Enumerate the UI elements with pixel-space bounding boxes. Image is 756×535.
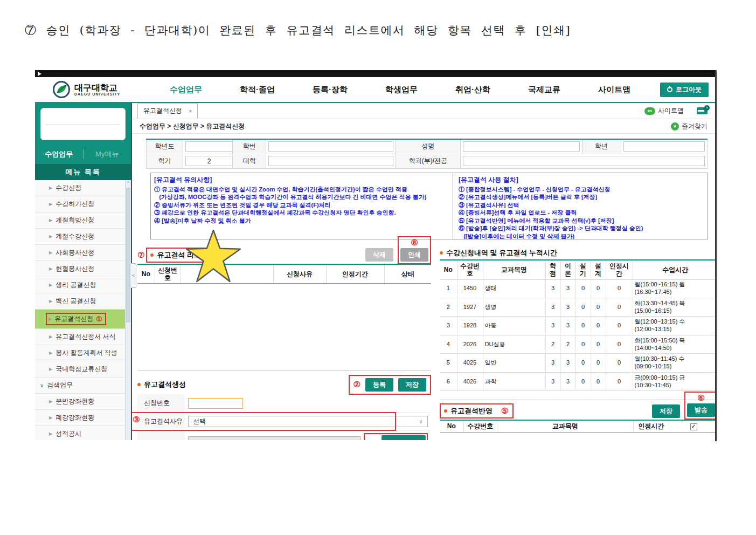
- close-all-windows-icon[interactable]: ×: [697, 107, 708, 114]
- save-button[interactable]: 저장: [398, 378, 426, 392]
- logo-subtitle: DAEGU UNIVERSITY: [74, 92, 120, 96]
- tab-close-icon[interactable]: ×: [189, 108, 192, 114]
- year-input[interactable]: [185, 141, 233, 152]
- request-reason-textarea[interactable]: [188, 436, 360, 440]
- column-header: 인정기간: [326, 265, 384, 284]
- grade-input[interactable]: [623, 141, 705, 152]
- table-cell: 3: [545, 372, 560, 391]
- sidebar-item-label: 유고결석신청서 서식: [56, 332, 115, 341]
- sidebar-item[interactable]: ▶유고결석신청서 서식: [35, 329, 125, 345]
- sidebar-item-label: 계절희망신청: [56, 216, 94, 225]
- sidebar-item[interactable]: ▶유고결석신청①: [35, 310, 125, 329]
- register-button[interactable]: 등록: [365, 378, 393, 392]
- table-cell: 4: [440, 335, 457, 354]
- table-cell: 3: [545, 354, 560, 373]
- nav-item[interactable]: 학적·졸업: [240, 85, 275, 95]
- sidebar-item[interactable]: ▶폐강강좌현황: [35, 410, 125, 426]
- scroll-up-arrow[interactable]: ^: [127, 180, 129, 185]
- name-input[interactable]: [463, 141, 579, 152]
- column-header: 수강번호: [457, 260, 483, 279]
- nav-item[interactable]: 수업업무: [170, 85, 202, 95]
- sidebar-item[interactable]: ▶백신 공결신청: [35, 293, 125, 310]
- table-cell: DU실용: [483, 335, 545, 354]
- nav-item[interactable]: 사이트맵: [598, 85, 630, 95]
- notice-line: ③ [유고결석사유] 선택: [459, 201, 704, 209]
- sidebar-menu: ▶수강신청▶수강허가신청▶계절희망신청▶계절수강신청▶사회봉사신청▶헌혈봉사신청…: [35, 180, 125, 440]
- table-cell: 1927: [457, 298, 483, 317]
- student-no-input[interactable]: [268, 141, 393, 152]
- print-button[interactable]: 인쇄: [400, 248, 428, 262]
- power-icon: [667, 87, 672, 92]
- table-cell: 3: [545, 279, 560, 298]
- sidebar-item[interactable]: ▶분반강좌현황: [35, 394, 125, 410]
- logo-emblem-icon: [52, 80, 71, 99]
- favorite-label: 즐겨찾기: [682, 122, 708, 131]
- reflect-save-button[interactable]: 저장: [652, 404, 680, 418]
- nav-item[interactable]: 국제교류: [528, 85, 560, 95]
- table-cell: 0: [575, 317, 591, 335]
- send-button[interactable]: 발송: [687, 403, 715, 417]
- annotation-5: ⑤: [501, 406, 508, 416]
- table-row: 42026DU실용22000화(15:00~15:50) 목(14:00~14:…: [440, 335, 715, 354]
- sidebar-item[interactable]: ∨검색업무: [35, 378, 125, 394]
- sidebar-item[interactable]: ▶사회봉사신청: [35, 245, 125, 261]
- sidebar-item[interactable]: ▶계절수강신청: [35, 229, 125, 245]
- evidence-doc-button[interactable]: 증빙서류: [382, 435, 426, 440]
- sidebar-item[interactable]: ▶수강허가신청: [35, 196, 125, 212]
- column-header: No: [440, 260, 457, 279]
- sidebar-item[interactable]: ▶헌혈봉사신청: [35, 261, 125, 277]
- notice-line: ① 유고결석 적용은 대면수업 및 실시간 Zoom 수업, 학습기간(출석인정…: [154, 186, 450, 194]
- arrow-right-icon: ▶: [49, 202, 52, 207]
- sidebar-scrollbar[interactable]: ^: [125, 180, 131, 440]
- scrollbar-thumb[interactable]: [126, 188, 130, 323]
- sidebar-tab-mymenu[interactable]: My메뉴: [84, 149, 131, 159]
- sitemap-link[interactable]: m 사이트맵: [644, 106, 684, 115]
- sitemap-icon: m: [644, 107, 655, 115]
- column-header: [181, 265, 273, 284]
- sidebar-item[interactable]: ▶국내학점교류신청: [35, 361, 125, 378]
- university-logo[interactable]: 대구대학교 DAEGU UNIVERSITY: [35, 80, 137, 99]
- table-cell: 0: [575, 279, 591, 298]
- tab-absence-request[interactable]: 유고결석신청 ×: [137, 103, 198, 119]
- notice-cautions-title: [유고결석 유의사항]: [154, 175, 450, 184]
- table-cell: 0: [591, 279, 606, 298]
- sidebar-item[interactable]: ▶봉사 활동계획서 작성: [35, 345, 125, 361]
- nav-item[interactable]: 학생업무: [385, 85, 418, 95]
- sidebar-item[interactable]: ▶계절희망신청: [35, 212, 125, 229]
- request-reason-label: 신청사유: [137, 431, 185, 440]
- annotation-6: ⑥: [697, 393, 704, 403]
- grade-label: 학년: [582, 139, 621, 154]
- absence-reason-select[interactable]: 선택 ∨: [188, 416, 428, 427]
- select-all-header[interactable]: ✓: [669, 421, 715, 432]
- delete-button[interactable]: 삭제: [365, 248, 393, 262]
- absence-list-empty: [137, 284, 431, 370]
- sidebar-item-label: 검색업무: [47, 381, 73, 390]
- sidebar-item[interactable]: ▶성적공시: [35, 426, 125, 440]
- column-header: 수업시간: [633, 260, 715, 279]
- column-header: 인정시간: [633, 421, 669, 432]
- nav-item[interactable]: 취업·산학: [455, 85, 490, 95]
- annotation-8: ⑧: [411, 238, 418, 248]
- table-cell: 0: [575, 335, 591, 354]
- sidebar-collapse-handle[interactable]: <: [131, 263, 136, 288]
- sidebar-item[interactable]: ▶생리 공결신청: [35, 277, 125, 293]
- college-input[interactable]: [268, 156, 393, 166]
- table-cell: 0: [606, 354, 633, 373]
- college-label: 대학: [233, 154, 266, 168]
- table-cell: 월(12:00~13:15) 수(12:00~13:15): [633, 317, 715, 335]
- top-nav: 수업업무학적·졸업등록·장학학생업무취업·산학국제교류사이트맵: [137, 85, 660, 95]
- table-row: 31928아동33000월(12:00~13:15) 수(12:00~13:15…: [440, 317, 715, 335]
- student-no-label: 학번: [233, 139, 266, 154]
- sidebar-tab-active[interactable]: 수업업무: [35, 149, 83, 159]
- arrow-right-icon: ▶: [49, 334, 52, 339]
- logout-button[interactable]: 로그아웃: [660, 83, 709, 97]
- dept-label: 학과(부)/전공: [396, 154, 460, 168]
- checkbox-checked-icon[interactable]: ✓: [690, 423, 697, 430]
- nav-item[interactable]: 등록·장학: [313, 85, 348, 95]
- sidebar-item[interactable]: ▶수강신청: [35, 180, 125, 196]
- request-no-input[interactable]: [188, 398, 243, 409]
- semester-input[interactable]: [185, 156, 233, 166]
- column-header: 교과목명: [497, 421, 633, 432]
- dept-input[interactable]: [463, 156, 705, 166]
- favorite-button[interactable]: ★ 즐겨찾기: [671, 122, 708, 131]
